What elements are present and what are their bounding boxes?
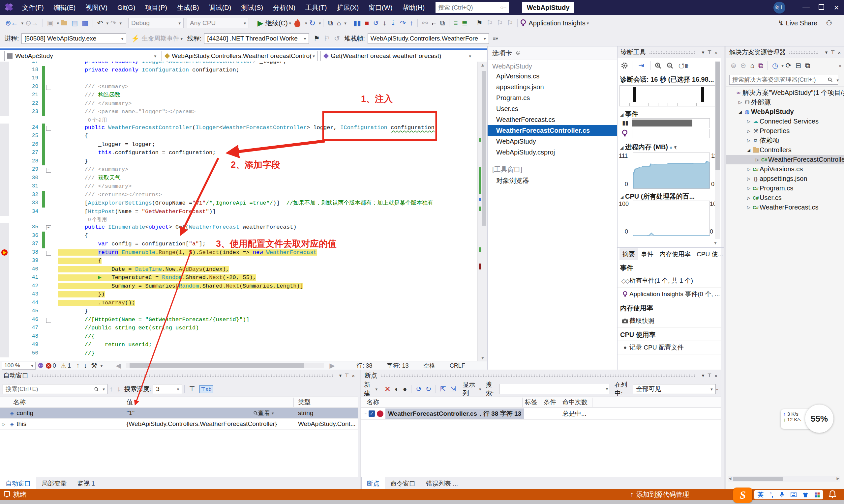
breakpoint-margin[interactable] — [0, 248, 9, 257]
tree-item--WebApiStudy-1-[interactable]: ∞解决方案"WebApiStudy"(1 个项目/共 — [726, 88, 844, 97]
ime-language-label[interactable]: 英 — [758, 491, 763, 499]
solexp-horizontal-scrollbar[interactable]: ◀ ▶ — [728, 476, 840, 482]
menu-9[interactable]: 分析(N) — [268, 3, 300, 12]
pin-values-icon[interactable]: ⊤ — [189, 385, 195, 393]
show-next-statement-icon[interactable]: ↓ — [383, 19, 386, 27]
add-to-source-control-button[interactable]: 添加到源代码管理 — [636, 490, 689, 499]
close-icon[interactable]: × — [714, 50, 718, 55]
breakpoint-margin[interactable] — [0, 349, 9, 358]
pin-ab-icon[interactable]: ⊤ab — [199, 385, 214, 393]
solution-platform-dropdown[interactable]: Any CPU▾ — [187, 18, 249, 28]
diag-tab-3[interactable]: 内存使用率 — [656, 248, 694, 260]
document-tab-Program.cs[interactable]: Program.cs — [488, 93, 617, 104]
solution-configuration-dropdown[interactable]: Debug▾ — [128, 18, 184, 28]
close-button[interactable]: × — [829, 3, 844, 13]
close-icon[interactable]: × — [838, 50, 841, 55]
code-cleanup-icon[interactable]: ⚒ — [91, 362, 97, 370]
undo-icon[interactable]: ↶ — [97, 19, 103, 27]
menu-7[interactable]: 调试(D) — [204, 3, 236, 12]
bp-search-input[interactable] — [499, 384, 610, 394]
sogou-ime-icon[interactable]: S — [733, 488, 752, 503]
tree-chevron[interactable]: ▷ — [746, 195, 752, 200]
application-insights-icon[interactable] — [520, 19, 527, 27]
window-menu-icon[interactable]: ▾ — [702, 373, 705, 378]
breakpoint-margin[interactable] — [0, 108, 9, 116]
breakpoint-margin[interactable] — [0, 324, 9, 332]
keyboard-icon[interactable] — [791, 492, 796, 497]
prev-bookmark-icon[interactable]: ⚐ — [487, 19, 493, 27]
live-share-label[interactable]: Live Share — [786, 19, 817, 27]
breakpoint-row[interactable]: ⋯ ✓ WeatherForecastController.cs，行 38 字符… — [361, 408, 721, 420]
tree-chevron[interactable]: ▷ — [746, 128, 752, 133]
tree-chevron[interactable]: ◢ — [737, 109, 743, 114]
panel-tab-错误列表 ...[interactable]: 错误列表 ... — [421, 477, 463, 490]
menu-10[interactable]: 工具(T) — [300, 3, 332, 12]
search-input[interactable] — [435, 2, 509, 13]
close-icon[interactable]: × — [714, 373, 718, 378]
warnings-icon[interactable]: ⚠ — [61, 362, 66, 370]
line-indent-icon[interactable]: ≡ — [454, 19, 458, 27]
line-ending[interactable]: CRLF — [450, 362, 465, 369]
tree-item--[interactable]: ▷⧈依赖项 — [726, 136, 844, 145]
avatar[interactable]: 剑上 — [773, 2, 785, 14]
window-menu-icon[interactable]: ▾ — [339, 373, 342, 378]
editor-vertical-scrollbar[interactable]: ▲ ▼ — [477, 61, 488, 361]
new-project-icon[interactable]: ▣ — [47, 19, 54, 27]
breakpoint-margin[interactable] — [0, 66, 9, 74]
diag-scrollbar[interactable] — [715, 61, 720, 239]
restart-icon[interactable]: ↻ — [309, 19, 315, 28]
next-issue-icon[interactable]: ↓ — [83, 362, 87, 370]
breakpoint-margin[interactable] — [0, 307, 9, 316]
feedback-tag-icon[interactable] — [4, 491, 10, 497]
back-icon[interactable]: ⊜ — [730, 61, 737, 70]
zoom-in-icon[interactable] — [654, 62, 662, 69]
tree-item-Controllers[interactable]: ◢Controllers — [726, 145, 844, 155]
all-events-link[interactable]: ◇◇所有事件(1 个, 共 1 个) — [618, 274, 721, 288]
navigate-cursor-icon[interactable]: ⌐ — [432, 19, 436, 27]
gear-icon[interactable] — [515, 50, 521, 56]
autos-search-input[interactable] — [3, 384, 107, 394]
panel-tab-命令窗口[interactable]: 命令窗口 — [385, 477, 421, 490]
tree-chevron[interactable]: ◢ — [746, 148, 752, 152]
ime-toolbar[interactable]: 英 ’, — [754, 490, 823, 499]
open-file-icon[interactable] — [61, 19, 67, 27]
record-cpu-link[interactable]: ●记录 CPU 配置文件 — [618, 341, 721, 355]
diag-tab-1[interactable]: 摘要 — [619, 248, 638, 260]
fold-margin[interactable]: − — [45, 83, 52, 91]
breakpoint-margin[interactable] — [0, 148, 9, 157]
menu-4[interactable]: Git(G) — [113, 4, 140, 12]
continue-label[interactable]: 继续(C) — [265, 19, 288, 28]
flag-icon[interactable]: ⚑ — [313, 35, 320, 42]
show-flagged-icon[interactable]: ↺ — [334, 35, 340, 42]
tree-item-Connected-Services[interactable]: ▷☁Connected Services — [726, 116, 844, 126]
ai-events-link[interactable]: Application Insights 事件(0 个, ... — [618, 288, 721, 301]
code-definition-icon[interactable]: ⧉ — [440, 19, 445, 27]
memory-section-header[interactable]: ◢进程内存 (MB) ● ₹ — [618, 141, 679, 152]
search-depth-dropdown[interactable]: 3▾ — [153, 384, 182, 394]
document-tab-ApiVersions.cs[interactable]: ApiVersions.cs — [488, 71, 617, 82]
breakpoint-margin[interactable] — [0, 240, 9, 248]
class-nav-dropdown[interactable]: WebApiStudy.Controllers.WeatherForecastC… — [161, 51, 318, 61]
breakpoint-margin[interactable] — [0, 165, 9, 174]
breakpoint-margin[interactable] — [0, 174, 9, 182]
tree-item--[interactable]: ▷⛁外部源 — [726, 97, 844, 107]
solution-search-input[interactable] — [729, 75, 838, 85]
navigate-back-icon[interactable]: ⊜← — [5, 19, 18, 27]
search-up-icon[interactable]: ↑ — [109, 385, 113, 393]
document-tab-WebApiStudy.csproj[interactable]: WebApiStudy.csproj — [488, 147, 617, 158]
breakpoint-margin[interactable] — [0, 91, 9, 100]
next-bookmark-icon[interactable]: ⚐ — [497, 19, 503, 27]
export-icon[interactable]: ⇥ — [638, 61, 644, 70]
codelens-references[interactable]: 0 个引用 — [0, 116, 477, 124]
breakpoint-margin[interactable] — [0, 100, 9, 108]
editor-horizontal-scrollbar[interactable] — [126, 363, 324, 368]
process-dropdown[interactable]: [50508] WebApiStudy.exe▾ — [21, 33, 126, 44]
home-icon[interactable]: ⌂ — [750, 61, 754, 70]
step-over-icon[interactable]: ↷ — [400, 19, 406, 27]
pin-icon[interactable]: ⊤ — [830, 49, 835, 55]
tree-item-WebApiStudy[interactable]: ◢◍WebApiStudy — [726, 107, 844, 116]
breakpoint-margin[interactable] — [0, 265, 9, 274]
cpu-section-header[interactable]: ◢CPU (所有处理器的百... — [618, 190, 697, 202]
notification-bell-icon[interactable] — [828, 490, 837, 499]
pin-icon[interactable]: ⊤ — [345, 373, 349, 378]
